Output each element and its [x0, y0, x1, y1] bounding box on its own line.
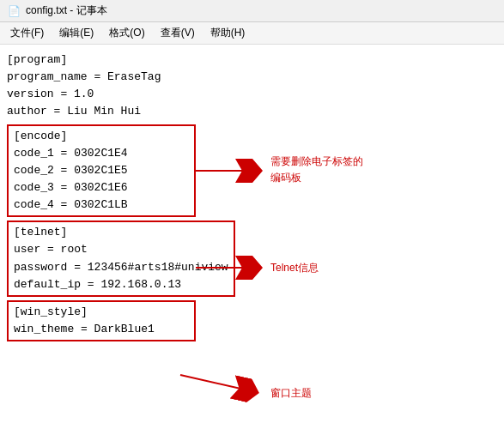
telnet-section: [telnet] user = root password = 123456#a…	[7, 220, 497, 297]
encode-header: [encode]	[14, 128, 189, 145]
title-icon: 📄	[7, 4, 21, 18]
telnet-line-1: password = 123456#arts18#uniview	[14, 259, 228, 276]
menu-edit[interactable]: 编辑(E)	[52, 24, 100, 42]
encode-line-2: code_3 = 0302C1E6	[14, 179, 189, 196]
program-line-2: author = Liu Min Hui	[7, 103, 497, 120]
menu-bar: 文件(F) 编辑(E) 格式(O) 查看(V) 帮助(H)	[0, 22, 504, 45]
program-section: [program] program_name = EraseTag versio…	[7, 51, 497, 121]
content-area: [program] program_name = EraseTag versio…	[0, 45, 504, 441]
encode-line-1: code_2 = 0302C1E5	[14, 162, 189, 179]
menu-help[interactable]: 帮助(H)	[203, 24, 252, 42]
title-text: config.txt - 记事本	[26, 3, 107, 18]
menu-file[interactable]: 文件(F)	[3, 24, 51, 42]
winstyle-line-0: win_theme = DarkBlue1	[14, 321, 189, 338]
program-header: [program]	[7, 51, 497, 69]
winstyle-section: [win_style] win_theme = DarkBlue1	[7, 300, 497, 341]
program-line-0: program_name = EraseTag	[7, 69, 497, 86]
encode-line-3: code_4 = 0302C1LB	[14, 196, 189, 214]
menu-view[interactable]: 查看(V)	[154, 24, 202, 42]
telnet-line-0: user = root	[14, 241, 228, 258]
menu-format[interactable]: 格式(O)	[102, 24, 151, 42]
telnet-header: [telnet]	[14, 224, 228, 241]
encode-section: [encode] code_1 = 0302C1E4 code_2 = 0302…	[7, 124, 497, 218]
winstyle-header: [win_style]	[14, 304, 189, 321]
editor[interactable]: [program] program_name = EraseTag versio…	[7, 51, 497, 434]
program-line-1: version = 1.0	[7, 86, 497, 103]
telnet-line-2: default_ip = 192.168.0.13	[14, 276, 228, 293]
encode-line-0: code_1 = 0302C1E4	[14, 145, 189, 162]
title-bar: 📄 config.txt - 记事本	[0, 0, 504, 22]
